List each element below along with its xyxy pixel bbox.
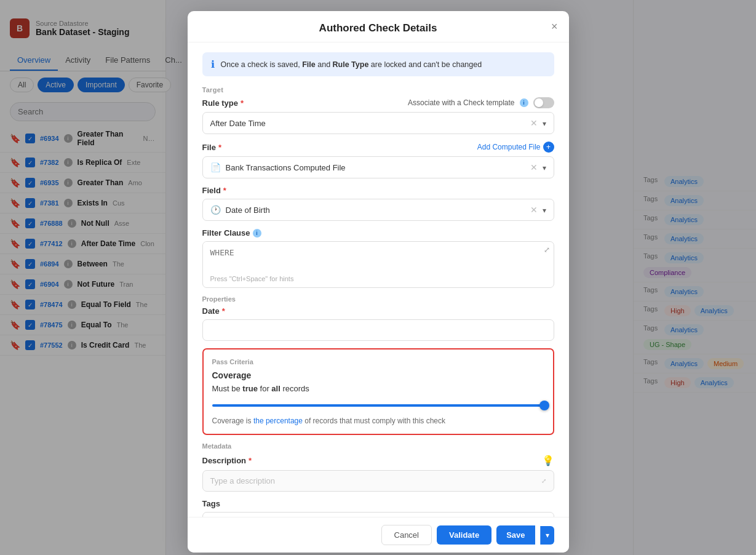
file-select[interactable]: 📄 Bank Transactions Computed File ✕ ▾	[202, 156, 554, 178]
coverage-title: Coverage	[212, 370, 544, 380]
rule-type-arrow-icon[interactable]: ▾	[543, 119, 546, 128]
file-value: 📄 Bank Transactions Computed File	[210, 162, 346, 172]
rule-type-clear-button[interactable]: ✕	[530, 118, 538, 128]
slider-track-wrapper	[212, 404, 544, 407]
modal-body: ℹ Once a check is saved, File and Rule T…	[188, 42, 569, 553]
info-banner-text: Once a check is saved, File and Rule Typ…	[221, 60, 482, 69]
associate-toggle[interactable]	[533, 97, 554, 108]
file-icon: 📄	[210, 162, 221, 172]
ctrl-hint-text: Press "Ctrl+Space" for hints	[203, 273, 554, 287]
modal-header: Authored Check Details ×	[188, 11, 569, 42]
field-value: 🕐 Date of Birth	[210, 205, 270, 215]
field-clear-button[interactable]: ✕	[530, 205, 538, 215]
field-label: Field *	[202, 186, 226, 195]
coverage-slider-container	[212, 399, 544, 412]
where-input[interactable]	[203, 242, 540, 273]
file-row: File * Add Computed File +	[202, 142, 554, 153]
modal-title: Authored Check Details	[319, 22, 437, 34]
save-dropdown-button[interactable]: ▾	[540, 526, 554, 545]
coverage-desc: Coverage is the percentage of records th…	[212, 417, 544, 425]
add-computed-file-button[interactable]: Add Computed File +	[477, 142, 554, 153]
properties-label: Properties	[202, 295, 554, 303]
file-select-controls: ✕ ▾	[530, 162, 546, 172]
date-row: Date *	[202, 306, 554, 316]
info-banner: ℹ Once a check is saved, File and Rule T…	[202, 52, 554, 76]
description-label: Description *	[202, 456, 252, 465]
must-be-true-text: Must be true for all records	[212, 384, 544, 393]
modal-close-button[interactable]: ×	[551, 21, 558, 32]
description-input[interactable]: Type a description ⤢	[202, 470, 554, 492]
rule-type-label: Rule type *	[202, 98, 244, 108]
filter-clause-area: ⤢ Press "Ctrl+Space" for hints	[202, 241, 554, 288]
field-select[interactable]: 🕐 Date of Birth ✕ ▾	[202, 199, 554, 221]
rule-type-select[interactable]: After Date Time ✕ ▾	[202, 112, 554, 134]
save-button[interactable]: Save	[496, 525, 535, 545]
cancel-button[interactable]: Cancel	[381, 525, 432, 545]
desc-required-asterisk: *	[249, 456, 252, 465]
rule-type-row: Rule type * Associate with a Check templ…	[202, 97, 554, 108]
date-input[interactable]	[202, 319, 554, 341]
modal-footer: Cancel Validate Save ▾	[188, 517, 569, 553]
toggle-knob	[535, 98, 543, 107]
add-computed-plus-icon: +	[543, 142, 554, 153]
modal-authored-check-details: Authored Check Details × ℹ Once a check …	[188, 11, 569, 553]
associate-label: Associate with a Check template	[408, 98, 514, 107]
field-row: Field *	[202, 186, 554, 195]
validate-button[interactable]: Validate	[437, 525, 491, 545]
slider-thumb[interactable]	[539, 401, 549, 410]
expand-where-button[interactable]: ⤢	[540, 242, 554, 258]
pass-criteria-box: Pass Criteria Coverage Must be true for …	[202, 348, 554, 435]
slider-track	[212, 404, 544, 407]
filter-clause-row: Filter Clause i	[202, 228, 554, 238]
filter-clause-info-icon[interactable]: i	[253, 229, 261, 238]
select-controls: ✕ ▾	[530, 118, 546, 128]
associate-toggle-row: Associate with a Check template i	[408, 97, 554, 108]
bulb-icon[interactable]: 💡	[542, 455, 554, 466]
file-required-asterisk: *	[218, 143, 221, 152]
info-banner-icon: ℹ	[211, 58, 215, 70]
file-arrow-icon[interactable]: ▾	[543, 164, 546, 172]
date-required-asterisk: *	[222, 306, 225, 316]
required-asterisk: *	[241, 98, 244, 108]
field-arrow-icon[interactable]: ▾	[543, 206, 546, 215]
filter-clause-label: Filter Clause i	[202, 228, 261, 238]
tags-form-label: Tags	[202, 499, 554, 508]
pass-criteria-label: Pass Criteria	[212, 358, 544, 365]
file-clear-button[interactable]: ✕	[530, 162, 538, 172]
target-label: Target	[202, 86, 554, 94]
metadata-label: Metadata	[202, 442, 554, 450]
description-placeholder: Type a description	[210, 476, 276, 485]
associate-info-icon[interactable]: i	[520, 98, 528, 107]
clock-icon: 🕐	[210, 205, 221, 215]
description-row: Description * 💡	[202, 455, 554, 466]
expand-description-button[interactable]: ⤢	[541, 477, 546, 484]
field-required-asterisk: *	[223, 186, 226, 195]
field-select-controls: ✕ ▾	[530, 205, 546, 215]
date-label: Date *	[202, 306, 225, 316]
rule-type-value: After Date Time	[210, 119, 266, 128]
file-label: File *	[202, 143, 221, 152]
properties-section: Properties Date *	[202, 295, 554, 341]
